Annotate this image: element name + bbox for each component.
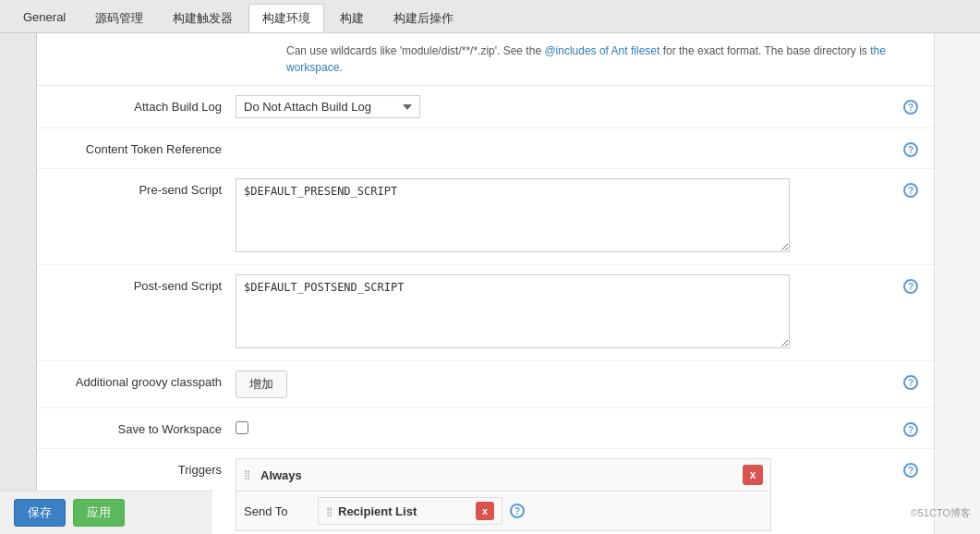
tab-bar: General 源码管理 构建触发器 构建环境 构建 构建后操作 [0, 0, 980, 33]
help-circle-icon7[interactable]: ? [510, 504, 525, 518]
help-circle-icon5[interactable]: ? [903, 375, 918, 390]
watermark: ©51CTO博客 [911, 506, 971, 520]
post-send-script-textarea[interactable]: $DEFAULT_POSTSEND_SCRIPT [236, 274, 790, 348]
triggers-help[interactable]: ? [901, 461, 920, 479]
save-to-workspace-row: Save to Workspace ? [37, 408, 934, 449]
save-to-workspace-help[interactable]: ? [901, 420, 920, 439]
info-end: . [339, 61, 342, 74]
help-circle-icon3[interactable]: ? [903, 183, 918, 198]
attach-build-log-inner: Do Not Attach Build Log Attach Build Log [236, 95, 894, 118]
main-content: Can use wildcards like 'module/dist/**/*… [0, 33, 980, 534]
save-to-workspace-checkbox[interactable] [236, 421, 248, 434]
pre-send-script-control: $DEFAULT_PRESEND_SCRIPT ? [236, 178, 920, 255]
tab-general[interactable]: General [9, 4, 79, 32]
content-token-help[interactable]: ? [901, 140, 920, 159]
attach-build-log-help[interactable]: ? [901, 98, 920, 116]
ant-fileset-link[interactable]: @includes of Ant fileset [544, 44, 659, 57]
trigger-title: Always [260, 468, 743, 482]
save-to-workspace-control: ? [236, 418, 920, 439]
apply-button[interactable]: 应用 [73, 499, 125, 527]
trigger-delete-button[interactable]: x [743, 465, 763, 485]
attach-build-log-control: Do Not Attach Build Log Attach Build Log… [236, 95, 920, 118]
info-text-row: Can use wildcards like 'module/dist/**/*… [37, 33, 934, 86]
pre-send-script-label: Pre-send Script [51, 178, 236, 197]
save-button[interactable]: 保存 [14, 499, 66, 527]
trigger-header: ⣿ Always x [236, 459, 770, 492]
pre-send-script-row: Pre-send Script $DEFAULT_PRESEND_SCRIPT … [37, 169, 934, 265]
help-circle-icon8[interactable]: ? [903, 463, 918, 478]
pre-send-script-help[interactable]: ? [901, 181, 920, 200]
post-send-script-inner: $DEFAULT_POSTSEND_SCRIPT [236, 274, 894, 351]
help-circle-icon2[interactable]: ? [903, 142, 918, 157]
content-token-reference-control: ? [236, 138, 920, 159]
tab-build-env[interactable]: 构建环境 [248, 4, 324, 32]
recipient-list-label: Recipient List [338, 504, 468, 518]
content-token-reference-row: Content Token Reference ? [37, 128, 934, 169]
right-panel [934, 33, 980, 534]
additional-groovy-row: Additional groovy classpath 增加 ? [37, 361, 934, 408]
additional-groovy-inner: 增加 [236, 370, 894, 398]
additional-groovy-help[interactable]: ? [901, 373, 920, 392]
additional-groovy-label: Additional groovy classpath [51, 370, 236, 389]
attach-build-log-row: Attach Build Log Do Not Attach Build Log… [37, 86, 934, 128]
help-circle-icon[interactable]: ? [903, 100, 918, 115]
trigger-send-to-row: Send To ⣿ Recipient List x ? [236, 492, 770, 530]
post-send-script-control: $DEFAULT_POSTSEND_SCRIPT ? [236, 274, 920, 351]
triggers-inner: ⣿ Always x Send To ⣿ Recipient List x [236, 458, 894, 531]
post-send-script-row: Post-send Script $DEFAULT_POSTSEND_SCRIP… [37, 265, 934, 361]
post-send-script-help[interactable]: ? [901, 277, 920, 296]
add-groovy-button[interactable]: 增加 [236, 370, 287, 398]
save-to-workspace-label: Save to Workspace [51, 418, 236, 436]
additional-groovy-control: 增加 ? [236, 370, 920, 398]
help-circle-icon4[interactable]: ? [903, 279, 918, 294]
pre-send-script-textarea[interactable]: $DEFAULT_PRESEND_SCRIPT [236, 178, 790, 252]
trigger-drag-handle[interactable]: ⣿ [244, 469, 255, 480]
triggers-control: ⣿ Always x Send To ⣿ Recipient List x [236, 458, 920, 531]
tab-build-trigger[interactable]: 构建触发器 [159, 4, 247, 32]
attach-build-log-label: Attach Build Log [51, 95, 236, 114]
content-token-reference-label: Content Token Reference [51, 138, 236, 156]
recipient-help[interactable]: ? [508, 502, 526, 520]
recipient-delete-button[interactable]: x [476, 502, 494, 520]
help-circle-icon6[interactable]: ? [903, 422, 918, 437]
tab-post-build[interactable]: 构建后操作 [380, 4, 467, 32]
info-text-content: Can use wildcards like 'module/dist/**/*… [286, 44, 544, 57]
recipient-drag-handle[interactable]: ⣿ [326, 506, 333, 516]
trigger-box: ⣿ Always x Send To ⣿ Recipient List x [236, 458, 771, 531]
send-to-label: Send To [244, 504, 318, 518]
recipient-box: ⣿ Recipient List x [318, 497, 502, 525]
form-area: Can use wildcards like 'module/dist/**/*… [37, 33, 934, 534]
pre-send-script-inner: $DEFAULT_PRESEND_SCRIPT [236, 178, 894, 255]
action-bar: 保存 应用 [0, 491, 212, 534]
post-send-script-label: Post-send Script [51, 274, 236, 293]
tab-build[interactable]: 构建 [326, 4, 378, 32]
tab-source[interactable]: 源码管理 [81, 4, 157, 32]
save-to-workspace-inner [236, 418, 894, 437]
info-mid: for the exact format. The base directory… [659, 44, 870, 57]
triggers-label: Triggers [51, 458, 236, 477]
sidebar [0, 33, 37, 534]
attach-build-log-select[interactable]: Do Not Attach Build Log Attach Build Log [236, 95, 420, 118]
